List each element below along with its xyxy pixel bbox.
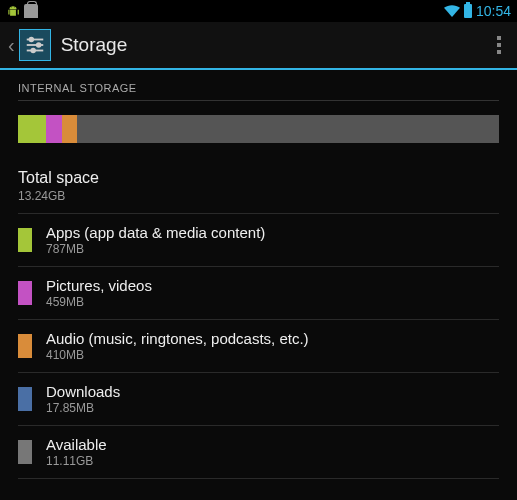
row-text: Pictures, videos459MB (46, 277, 499, 309)
row-text: Audio (music, ringtones, podcasts, etc.)… (46, 330, 499, 362)
row-value: 17.85MB (46, 401, 499, 415)
row-value: 11.11GB (46, 454, 499, 468)
settings-sliders-icon[interactable] (19, 29, 51, 61)
svg-point-0 (11, 6, 12, 7)
action-bar: ‹ Storage (0, 22, 517, 70)
bag-icon (24, 4, 38, 18)
usage-segment-audio (62, 115, 76, 143)
row-title: Downloads (46, 383, 499, 400)
clock: 10:54 (476, 3, 511, 19)
swatch-apps (18, 228, 32, 252)
row-value: 410MB (46, 348, 499, 362)
swatch-available (18, 440, 32, 464)
status-right: 10:54 (444, 3, 511, 19)
page-title: Storage (61, 34, 489, 56)
swatch-downloads (18, 387, 32, 411)
usage-segment-remaining (77, 115, 499, 143)
overflow-menu-icon[interactable] (489, 28, 509, 62)
swatch-audio (18, 334, 32, 358)
row-title: Audio (music, ringtones, podcasts, etc.) (46, 330, 499, 347)
storage-row-pictures[interactable]: Pictures, videos459MB (18, 267, 499, 320)
row-text: Downloads17.85MB (46, 383, 499, 415)
android-icon (6, 3, 20, 19)
content: INTERNAL STORAGE Total space 13.24GB App… (0, 70, 517, 479)
total-space-label: Total space (18, 169, 499, 187)
storage-row-apps[interactable]: Apps (app data & media content)787MB (18, 214, 499, 267)
section-header: INTERNAL STORAGE (18, 70, 499, 101)
row-title: Apps (app data & media content) (46, 224, 499, 241)
usage-segment-apps (18, 115, 46, 143)
svg-point-7 (31, 49, 35, 53)
status-left (6, 3, 38, 19)
back-icon[interactable]: ‹ (8, 34, 15, 57)
usage-bar[interactable] (18, 115, 499, 143)
row-text: Apps (app data & media content)787MB (46, 224, 499, 256)
storage-row-audio[interactable]: Audio (music, ringtones, podcasts, etc.)… (18, 320, 499, 373)
total-space-value: 13.24GB (18, 189, 499, 203)
status-bar: 10:54 (0, 0, 517, 22)
swatch-pictures (18, 281, 32, 305)
svg-point-6 (37, 43, 41, 47)
svg-point-1 (14, 6, 15, 7)
row-value: 459MB (46, 295, 499, 309)
row-value: 787MB (46, 242, 499, 256)
battery-icon (464, 4, 472, 18)
usage-segment-pictures (46, 115, 62, 143)
svg-point-5 (29, 38, 33, 42)
wifi-icon (444, 5, 460, 17)
total-space-row[interactable]: Total space 13.24GB (18, 163, 499, 214)
storage-row-downloads[interactable]: Downloads17.85MB (18, 373, 499, 426)
row-title: Pictures, videos (46, 277, 499, 294)
row-text: Available11.11GB (46, 436, 499, 468)
row-title: Available (46, 436, 499, 453)
storage-row-available[interactable]: Available11.11GB (18, 426, 499, 479)
